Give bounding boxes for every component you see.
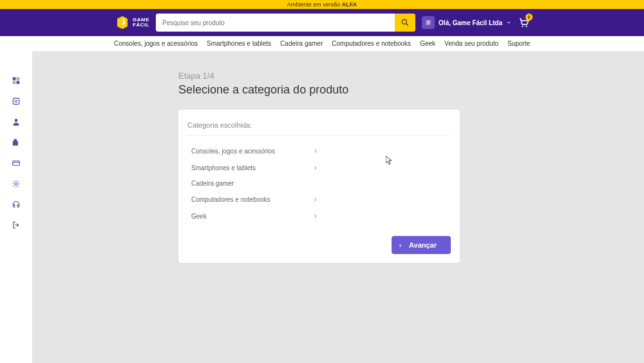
user-avatar-icon [422,16,435,29]
svg-rect-6 [17,77,20,81]
page-title: Selecione a categoria do produto [178,83,644,97]
sidebar-products-icon[interactable] [11,137,21,148]
header: GAME FÁCIL Olá, Game Fácil Ltda 0 [0,9,644,36]
svg-line-1 [406,24,408,26]
sidebar-profile-icon[interactable] [11,117,21,127]
category-label: Consoles, jogos e acessórios [191,148,275,155]
banner-prefix: Ambiente em versão [287,1,342,8]
nav-item[interactable]: Venda seu produto [444,40,498,47]
category-label: Computadores e notebooks [191,196,270,203]
main-nav: Consoles, jogos e acessórios Smartphones… [0,36,644,52]
category-item[interactable]: Computadores e notebooks › [191,191,317,208]
main-content: Etapa 1/4 Selecione a categoria do produ… [32,52,644,263]
user-menu[interactable]: Olá, Game Fácil Ltda [422,16,511,29]
search-icon [401,18,410,27]
banner-bold: ALFA [342,1,357,8]
svg-rect-8 [17,81,20,84]
category-card: Categoria escolhida: Consoles, jogos e a… [178,110,460,263]
logo-icon [115,15,130,30]
sidebar [0,50,32,363]
sidebar-support-icon[interactable] [11,199,21,210]
chevron-right-icon: › [399,242,401,249]
svg-point-0 [402,19,406,24]
category-item[interactable]: Cadeira gamer [191,176,317,191]
logo-text: GAME FÁCIL [133,17,149,28]
sidebar-payments-icon[interactable] [11,158,21,168]
nav-item[interactable]: Suporte [507,40,530,47]
svg-point-3 [522,26,523,27]
svg-rect-5 [13,77,16,81]
category-label: Cadeira gamer [191,180,234,187]
chevron-right-icon: › [314,211,317,221]
chevron-right-icon: › [314,195,317,204]
sidebar-settings-icon[interactable] [11,179,21,189]
svg-rect-7 [13,81,16,84]
nav-item[interactable]: Cadeira gamer [280,40,323,47]
category-item[interactable]: Consoles, jogos e acessórios › [191,142,317,159]
nav-item[interactable]: Geek [420,40,435,47]
chevron-right-icon: › [314,163,317,172]
category-label: Smartphones e tablets [191,164,256,172]
alpha-banner: Ambiente em versão ALFA [0,0,644,9]
category-list: Consoles, jogos e acessórios › Smartphon… [187,136,451,231]
cart-button[interactable]: 0 [518,17,529,28]
chevron-down-icon [506,20,511,25]
search-input[interactable] [156,14,395,32]
cart-badge: 0 [526,14,533,21]
advance-button[interactable]: › Avançar [392,236,451,254]
user-greeting: Olá, Game Fácil Ltda [439,19,502,26]
nav-item[interactable]: Computadores e notebooks [332,40,411,47]
card-footer: › Avançar [187,236,451,254]
svg-point-15 [15,182,17,185]
step-label: Etapa 1/4 [178,71,644,81]
category-label: Geek [191,213,207,220]
svg-rect-9 [13,98,19,104]
sidebar-orders-icon[interactable] [11,96,21,106]
chevron-right-icon: › [314,146,317,155]
logo[interactable]: GAME FÁCIL [115,15,149,30]
sidebar-logout-icon[interactable] [11,220,21,230]
advance-label: Avançar [409,241,437,249]
logo-line2: FÁCIL [133,23,149,28]
svg-point-12 [15,119,18,122]
search-button[interactable] [395,14,415,32]
nav-item[interactable]: Consoles, jogos e acessórios [114,40,198,47]
svg-point-4 [526,26,527,27]
search-bar [156,14,415,32]
sidebar-dashboard-icon[interactable] [11,75,21,86]
card-header: Categoria escolhida: [187,121,451,136]
nav-item[interactable]: Smartphones e tablets [207,40,271,47]
category-item[interactable]: Smartphones e tablets › [191,159,317,176]
svg-rect-13 [13,161,20,166]
category-item[interactable]: Geek › [191,208,317,224]
